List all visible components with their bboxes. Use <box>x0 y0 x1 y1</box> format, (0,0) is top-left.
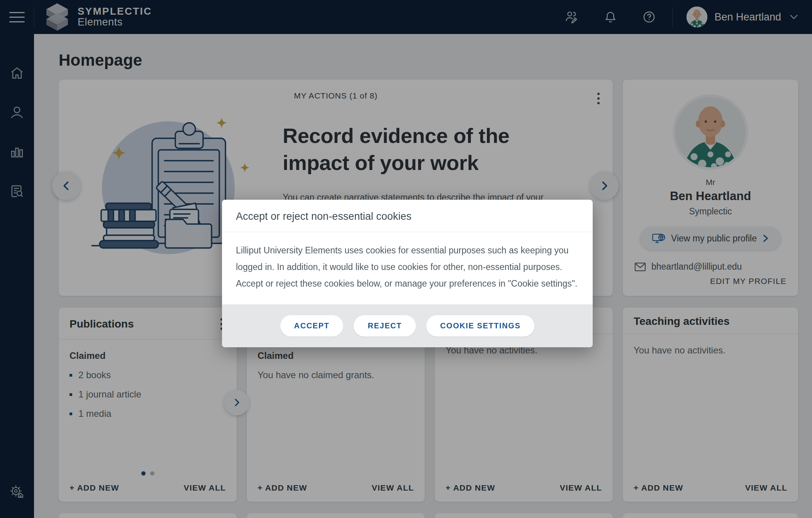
cookie-settings-button[interactable]: COOKIE SETTINGS <box>426 315 534 336</box>
cookie-consent-dialog: Accept or reject non-essential cookies L… <box>222 200 593 347</box>
accept-cookies-button[interactable]: ACCEPT <box>280 315 344 336</box>
reject-cookies-button[interactable]: REJECT <box>354 315 416 336</box>
cookie-dialog-title: Accept or reject non-essential cookies <box>236 211 579 222</box>
cookie-dialog-body: Lilliput University Elements uses cookie… <box>222 232 593 304</box>
